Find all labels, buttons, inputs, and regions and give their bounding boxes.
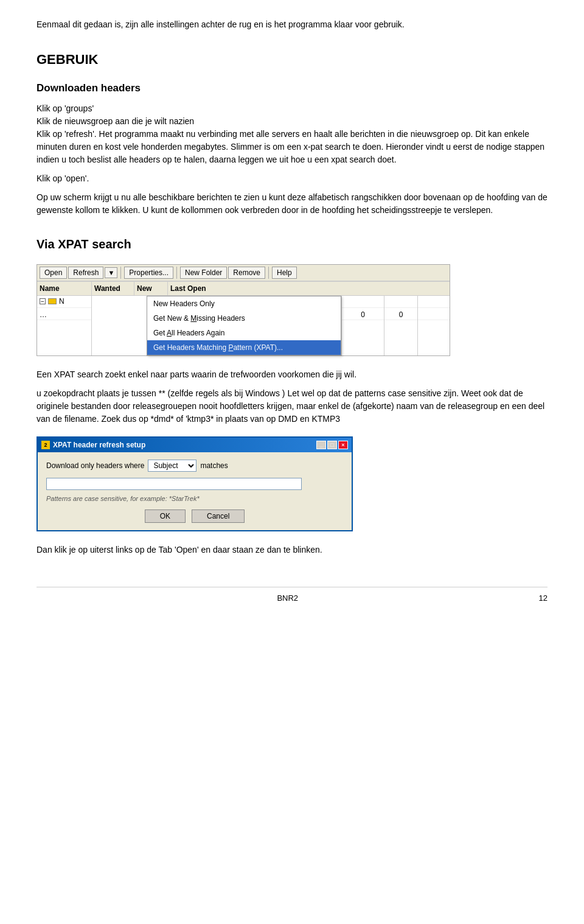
dialog-hint-text: Patterns are case sensitive, for example… [46,494,343,504]
table-header-row: Name Wanted New Last Open [37,282,450,296]
toolbar-separator-2 [176,267,177,279]
dropdown-item-get-new-missing[interactable]: Get New & Missing Headers [147,311,341,326]
download-paragraph-1: Klik op 'groups' Klik de nieuwsgroep aan… [36,102,548,166]
col-header-name: Name [37,282,92,295]
refresh-dropdown-menu[interactable]: New Headers Only Get New & Missing Heade… [147,296,341,355]
td-lastopen-2 [418,308,450,320]
close-button[interactable]: × [338,441,348,449]
dialog-label-after-select: matches [200,460,228,471]
table-row-2: … [37,308,91,320]
toolbar-screenshot: Open Refresh ▼ Properties... New Folder … [36,264,450,356]
section-title: GEBRUIK [36,49,548,69]
td-wanted-1 [342,296,384,308]
new-col-space: 0 [384,296,417,355]
dialog-ok-button[interactable]: OK [145,509,186,523]
dialog-pattern-input[interactable] [46,478,302,490]
col-header-wanted: Wanted [92,282,134,295]
download-paragraph-2: Klik op 'open'. [36,172,548,185]
open-button[interactable]: Open [40,267,67,279]
dialog-filter-row: Download only headers where Subject From… [46,460,343,472]
dialog-title-text: XPAT header refresh setup [53,439,145,450]
dialog-titlebar: 2 XPAT header refresh setup _ □ × [38,438,352,452]
help-button[interactable]: Help [272,267,297,279]
intro-paragraph: Eenmaal dit gedaan is, zijn alle instell… [36,18,548,31]
col-header-lastopen: Last Open [168,282,450,295]
minimize-button[interactable]: _ [316,441,326,449]
maximize-button[interactable]: □ [327,441,337,449]
new-folder-button[interactable]: New Folder [180,267,227,279]
dialog-cancel-button[interactable]: Cancel [192,509,245,523]
dialog-button-row: OK Cancel [46,509,343,523]
td-lastopen-1 [418,296,450,308]
footer-center: BNR2 [277,592,298,604]
col-header-new: New [134,282,168,295]
row-name-text: N [59,296,64,307]
toolbar-separator-1 [120,267,121,279]
via-xpat-title: Via XPAT search [36,235,548,253]
properties-button[interactable]: Properties... [124,267,173,279]
dialog-titlebar-left: 2 XPAT header refresh setup [41,439,145,450]
table-row-1: − N [37,296,91,308]
name-col-space: − N … [37,296,92,355]
toolbar-separator-3 [268,267,269,279]
remove-button[interactable]: Remove [228,267,265,279]
td-name-1: − N [37,295,91,308]
td-new-2: 0 [384,308,417,320]
table-area: Name Wanted New Last Open − N … [37,281,450,355]
dropdown-item-new-headers[interactable]: New Headers Only [147,296,341,311]
dropdown-item-get-all[interactable]: Get All Headers Again [147,326,341,340]
page-footer: BNR2 12 [36,587,548,604]
lastopen-col-space [417,296,450,355]
subsection-download-title: Downloaden headers [36,80,548,96]
download-paragraph-3: Op uw scherm krijgt u nu alle beschikbar… [36,191,548,217]
refresh-arrow-button[interactable]: ▼ [105,267,117,278]
closing-paragraph: Dan klik je op uiterst links op de Tab '… [36,544,548,556]
folder-icon [48,298,57,304]
toolbar-row: Open Refresh ▼ Properties... New Folder … [37,265,450,281]
table-with-dropdown: − N … New Headers Only Get New & Missing… [37,296,450,355]
dropdown-item-xpat[interactable]: Get Headers Matching Pattern (XPAT)... [147,340,341,355]
minus-icon: − [40,298,46,304]
xpat-paragraph-2: u zoekopdracht plaats je tussen ** (zelf… [36,387,548,425]
footer-page-number: 12 [539,592,548,604]
dialog-label-before-select: Download only headers where [46,460,144,471]
refresh-button[interactable]: Refresh [68,267,103,279]
row-2-dots: … [40,310,47,319]
dialog-subject-select[interactable]: Subject From Date [148,460,196,472]
xpat-dialog: 2 XPAT header refresh setup _ □ × Downlo… [36,436,353,532]
wanted-col-space: 0 [341,296,384,355]
td-new-1 [384,296,417,308]
td-wanted-2: 0 [342,308,384,320]
dialog-window-controls[interactable]: _ □ × [316,441,348,449]
dialog-body: Download only headers where Subject From… [38,452,352,531]
dialog-app-icon: 2 [41,441,50,449]
xpat-paragraph-1: Een XPAT search zoekt enkel naar parts w… [36,368,548,381]
